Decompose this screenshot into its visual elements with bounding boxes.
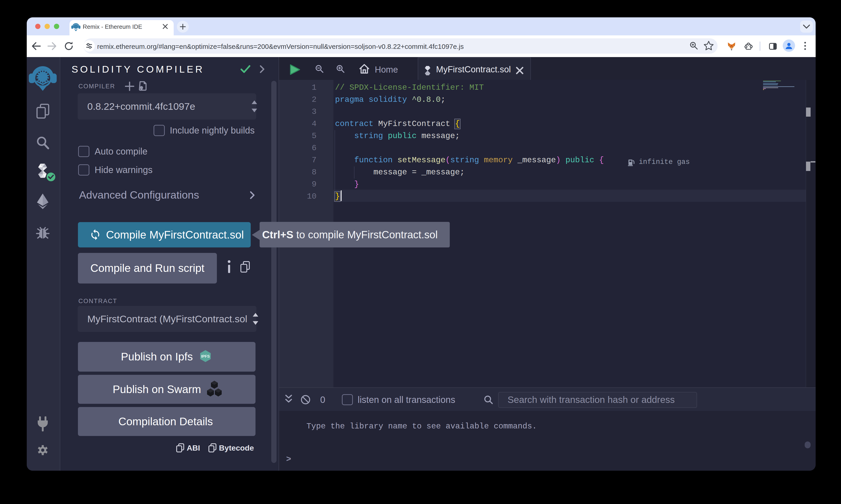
svg-text:IPFS: IPFS [201, 354, 210, 359]
